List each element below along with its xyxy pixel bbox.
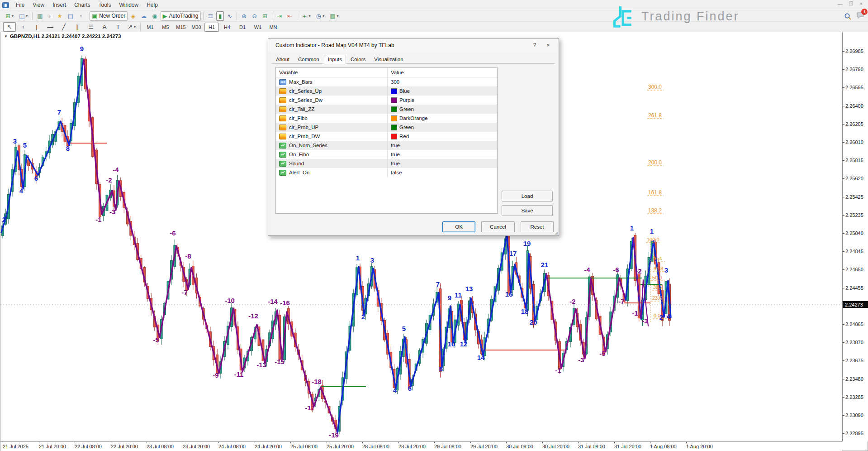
tile-windows-button[interactable]: ⊞ [260, 11, 270, 21]
terminal-button[interactable]: ▤ [66, 11, 76, 21]
templates-button[interactable]: ▦▾ [327, 11, 341, 21]
line-chart-style-button[interactable]: ∿ [225, 11, 234, 21]
indicators-button[interactable]: ＋▾ [299, 11, 313, 21]
param-value[interactable]: Purple [388, 96, 497, 105]
menu-tools[interactable]: Tools [95, 1, 115, 9]
cancel-button[interactable]: Cancel [481, 221, 515, 232]
new-order-button[interactable]: ▣New Order [90, 11, 128, 21]
reset-button[interactable]: Reset [521, 221, 554, 232]
dialog-close-button[interactable]: × [541, 41, 555, 50]
tab-inputs[interactable]: Inputs [324, 55, 346, 64]
periods-button[interactable]: ◷▾ [314, 11, 327, 21]
tool-crosshair-button[interactable]: + [17, 22, 29, 32]
timeframe-w1-button[interactable]: W1 [251, 23, 265, 32]
time-tick: 31 Jul 20:00 [614, 444, 641, 449]
param-value[interactable]: true [388, 159, 497, 168]
param-row-max_bars[interactable]: 123Max_Bars300 [276, 77, 497, 86]
tool-cursor-button[interactable]: ↖ [3, 22, 16, 32]
tool-text-button[interactable]: A [98, 22, 111, 32]
tool-fibonacci-button[interactable]: ☰ [85, 22, 97, 32]
timeframe-mn-button[interactable]: MN [266, 23, 280, 32]
close-button[interactable]: × [860, 1, 863, 7]
ok-button[interactable]: OK [442, 221, 475, 232]
indicators-dropdown-icon[interactable]: ▾ [309, 14, 311, 18]
tool-trendline-button[interactable]: ╱ [57, 22, 70, 32]
tab-about[interactable]: About [272, 55, 294, 64]
dialog-titlebar[interactable]: Custom Indicator - Road Map V04 MT4 by T… [268, 38, 559, 52]
shapes-dropdown-icon[interactable]: ▾ [134, 25, 136, 29]
timeframe-m15-button[interactable]: M15 [174, 23, 188, 32]
tab-visualization[interactable]: Visualization [370, 55, 407, 64]
timeframe-h1-button[interactable]: H1 [204, 23, 219, 32]
tab-common[interactable]: Common [294, 55, 323, 64]
param-value[interactable]: Blue [388, 86, 497, 96]
param-value[interactable]: 300 [388, 77, 497, 86]
market-watch-button[interactable]: ▥ [35, 11, 45, 21]
save-button[interactable]: Save [502, 205, 553, 216]
profiles-button[interactable]: ◫▾ [17, 11, 30, 21]
menu-charts[interactable]: Charts [70, 1, 94, 9]
strategy-tester-button[interactable]: ◔ [76, 11, 85, 21]
param-value[interactable]: false [388, 168, 497, 177]
menu-help[interactable]: Help [142, 1, 162, 9]
timeframe-m30-button[interactable]: M30 [189, 23, 204, 32]
timeframe-h4-button[interactable]: H4 [220, 23, 234, 32]
new-chart-dropdown-icon[interactable]: ▾ [12, 14, 14, 18]
periods-dropdown-icon[interactable]: ▾ [323, 14, 324, 18]
menu-file[interactable]: File [12, 1, 28, 9]
timeframe-d1-button[interactable]: D1 [235, 23, 250, 32]
templates-dropdown-icon[interactable]: ▾ [337, 14, 338, 18]
param-value[interactable]: DarkOrange [388, 114, 497, 123]
menu-view[interactable]: View [28, 1, 48, 9]
zoom-in-button[interactable]: ⊕ [239, 11, 249, 21]
zoom-out-button[interactable]: ⊖ [250, 11, 259, 21]
param-value[interactable]: Green [388, 123, 497, 132]
restore-button[interactable]: ❐ [849, 1, 854, 7]
dialog-help-button[interactable]: ? [528, 41, 541, 50]
symbol-info[interactable]: ▼ GBPNZD,H1 2.24321 2.24407 2.24221 2.24… [4, 34, 121, 39]
navigator-button[interactable]: ★ [55, 11, 65, 21]
menu-window[interactable]: Window [115, 1, 143, 9]
param-row-clr_prob_up[interactable]: clr_Prob_UPGreen [276, 123, 497, 132]
tool-horizontal-line-button[interactable]: — [44, 22, 57, 32]
data-window-button[interactable]: + [46, 11, 54, 21]
param-value[interactable]: true [388, 141, 497, 150]
dialog-resize-grip[interactable]: ◢ [555, 230, 558, 235]
param-row-clr_series_dw[interactable]: clr_Series_DwPurple [276, 96, 497, 105]
param-row-alert_on[interactable]: Alert_Onfalse [276, 168, 497, 177]
price-axis[interactable]: 2.269852.267902.265952.264002.262052.260… [842, 32, 868, 441]
notifications-chat-icon[interactable]: 1 [856, 12, 864, 21]
minimize-button[interactable]: — [838, 1, 843, 7]
new-chart-button[interactable]: ⊞▾ [3, 11, 16, 21]
param-row-clr_fibo[interactable]: clr_FiboDarkOrange [276, 114, 497, 123]
param-row-clr_tail_zz[interactable]: clr_Tail_ZZGreen [276, 105, 497, 114]
timeframe-m1-button[interactable]: M1 [143, 23, 157, 32]
chart-cloud-button[interactable]: ☁ [138, 11, 149, 21]
tool-shapes-button[interactable]: ↗▾ [125, 22, 138, 32]
search-icon[interactable] [844, 13, 852, 20]
tab-colors[interactable]: Colors [346, 55, 370, 64]
tool-vertical-line-button[interactable]: | [30, 22, 43, 32]
param-row-clr_prob_dw[interactable]: clr_Prob_DWRed [276, 132, 497, 141]
param-value[interactable]: Green [388, 105, 497, 114]
time-axis[interactable]: 21 Jul 202521 Jul 20:0022 Jul 08:0022 Ju… [0, 441, 842, 451]
bar-chart-style-button[interactable]: ☰ [206, 11, 216, 21]
param-value[interactable]: true [388, 150, 497, 159]
chart-shift-button[interactable]: ⇤ [285, 11, 294, 21]
candlestick-style-button[interactable]: ▮ [216, 11, 224, 21]
autotrading-button[interactable]: ▶AutoTrading [161, 11, 201, 21]
auto-scroll-button[interactable]: ⇥ [275, 11, 284, 21]
profiles-dropdown-icon[interactable]: ▾ [26, 14, 28, 18]
param-row-on_nom_series[interactable]: On_Nom_Seriestrue [276, 141, 497, 150]
param-value[interactable]: Red [388, 132, 497, 141]
globe-button[interactable]: ◉ [150, 11, 159, 21]
timeframe-m5-button[interactable]: M5 [158, 23, 173, 32]
param-row-clr_series_up[interactable]: clr_Series_UpBlue [276, 86, 497, 96]
tool-text-label-button[interactable]: T [112, 22, 124, 32]
param-row-on_fibo[interactable]: On_Fibotrue [276, 150, 497, 159]
tool-equidistant-channel-button[interactable]: ∥ [71, 22, 84, 32]
metaeditor-button[interactable]: ◈ [128, 11, 138, 21]
load-button[interactable]: Load [502, 191, 553, 202]
param-row-sound[interactable]: Soundtrue [276, 159, 497, 168]
menu-insert[interactable]: Insert [48, 1, 70, 9]
